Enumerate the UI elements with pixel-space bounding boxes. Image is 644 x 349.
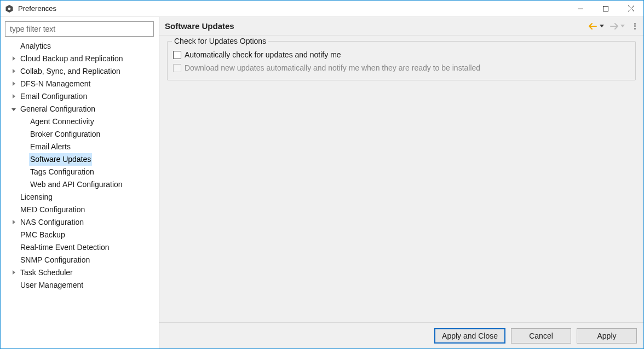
- tree-item-label: Email Configuration: [19, 90, 88, 103]
- chevron-down-icon[interactable]: [9, 105, 18, 114]
- tree-item-label: User Management: [19, 279, 84, 292]
- tree-item[interactable]: Broker Configuration: [5, 128, 159, 141]
- auto-download-row: Download new updates automatically and n…: [172, 61, 631, 74]
- auto-download-checkbox: [173, 64, 181, 72]
- maximize-button[interactable]: [593, 1, 618, 17]
- auto-check-row[interactable]: Automatically check for updates and noti…: [172, 48, 631, 61]
- expander-spacer: [9, 281, 18, 290]
- chevron-right-icon[interactable]: [9, 269, 18, 277]
- window-title: Preferences: [18, 4, 56, 13]
- tree-item-label: MED Configuration: [19, 203, 86, 216]
- tree-item[interactable]: SNMP Configuration: [5, 254, 159, 266]
- chevron-right-icon[interactable]: [9, 55, 18, 63]
- tree-item[interactable]: Software Updates: [5, 153, 159, 166]
- chevron-right-icon[interactable]: [9, 67, 18, 76]
- expander-spacer: [9, 231, 18, 240]
- chevron-right-icon[interactable]: [9, 80, 18, 89]
- chevron-right-icon[interactable]: [9, 92, 18, 101]
- expander-spacer: [9, 193, 18, 202]
- tree-item[interactable]: Email Alerts: [5, 141, 159, 153]
- tree-item[interactable]: NAS Configuration: [5, 216, 159, 229]
- tree-item-label: Collab, Sync, and Replication: [19, 65, 122, 78]
- tree-item-label: Email Alerts: [29, 141, 72, 153]
- page-title: Software Updates: [165, 21, 234, 31]
- titlebar: Preferences: [1, 1, 643, 17]
- expander-spacer: [9, 42, 18, 51]
- nav-back-icon[interactable]: [588, 21, 598, 31]
- nav-forward-icon[interactable]: [609, 21, 619, 31]
- tree-item-label: Software Updates: [29, 153, 92, 166]
- apply-and-close-button[interactable]: Apply and Close: [434, 328, 505, 344]
- cancel-button[interactable]: Cancel: [511, 328, 571, 344]
- expander-spacer: [9, 256, 18, 265]
- tree-item[interactable]: User Management: [5, 279, 159, 292]
- tree-item[interactable]: Collab, Sync, and Replication: [5, 65, 159, 78]
- tree-item-label: Agent Connectivity: [29, 115, 95, 128]
- tree-item-label: SNMP Configuration: [19, 254, 91, 266]
- tree-item-label: Real-time Event Detection: [19, 241, 111, 254]
- tree-item-label: Licensing: [19, 191, 54, 203]
- tree-item[interactable]: Analytics: [5, 40, 159, 53]
- left-pane: AnalyticsCloud Backup and ReplicationCol…: [1, 17, 159, 348]
- auto-download-label: Download new updates automatically and n…: [185, 63, 480, 72]
- tree-item[interactable]: Task Scheduler: [5, 266, 159, 279]
- button-bar: Apply and Close Cancel Apply: [159, 322, 643, 348]
- auto-check-label: Automatically check for updates and noti…: [185, 50, 341, 59]
- tree-item[interactable]: Web and API Configuration: [5, 178, 159, 191]
- tree-item-label: Cloud Backup and Replication: [19, 53, 124, 65]
- minimize-button[interactable]: [568, 1, 593, 17]
- tree-item[interactable]: Licensing: [5, 191, 159, 203]
- nav-forward-dropdown-icon[interactable]: [620, 25, 625, 27]
- tree-item[interactable]: PMC Backup: [5, 229, 159, 241]
- tree-item-label: Tags Configuration: [29, 166, 95, 178]
- auto-check-checkbox[interactable]: [173, 51, 181, 59]
- page-header: Software Updates: [159, 17, 643, 36]
- chevron-right-icon[interactable]: [9, 218, 18, 227]
- update-options-group: Check for Updates Options Automatically …: [167, 41, 636, 80]
- tree-item-label: DFS-N Management: [19, 78, 91, 90]
- tree-item[interactable]: Cloud Backup and Replication: [5, 53, 159, 65]
- tree-item-label: Broker Configuration: [29, 128, 101, 141]
- tree-item[interactable]: Agent Connectivity: [5, 115, 159, 128]
- tree-item[interactable]: Email Configuration: [5, 90, 159, 103]
- right-pane: Software Updates: [159, 17, 643, 348]
- tree-item[interactable]: General Configuration: [5, 103, 159, 115]
- svg-rect-3: [603, 6, 608, 11]
- tree-item[interactable]: DFS-N Management: [5, 78, 159, 90]
- nav-back-dropdown-icon[interactable]: [600, 25, 604, 27]
- expander-spacer: [9, 206, 18, 214]
- body: AnalyticsCloud Backup and ReplicationCol…: [1, 17, 643, 348]
- apply-button[interactable]: Apply: [577, 328, 637, 344]
- tree-item-label: Task Scheduler: [19, 266, 74, 279]
- tree-item-label: General Configuration: [19, 103, 96, 115]
- tree-item[interactable]: MED Configuration: [5, 203, 159, 216]
- tree-item-label: PMC Backup: [19, 229, 66, 241]
- svg-point-1: [8, 7, 11, 10]
- filter-input[interactable]: [5, 21, 154, 37]
- tree-item[interactable]: Real-time Event Detection: [5, 241, 159, 254]
- tree-item-label: NAS Configuration: [19, 216, 85, 229]
- expander-spacer: [9, 243, 18, 252]
- preferences-tree[interactable]: AnalyticsCloud Backup and ReplicationCol…: [5, 40, 159, 344]
- tree-item-label: Analytics: [19, 40, 52, 53]
- app-icon: [5, 4, 14, 13]
- page-menu-icon[interactable]: [631, 22, 638, 31]
- tree-item[interactable]: Tags Configuration: [5, 166, 159, 178]
- group-legend: Check for Updates Options: [172, 37, 268, 45]
- page-content: Check for Updates Options Automatically …: [159, 36, 643, 322]
- close-button[interactable]: [618, 1, 643, 17]
- preferences-window: Preferences AnalyticsCloud Backup and Re…: [0, 0, 644, 349]
- tree-item-label: Web and API Configuration: [29, 178, 124, 191]
